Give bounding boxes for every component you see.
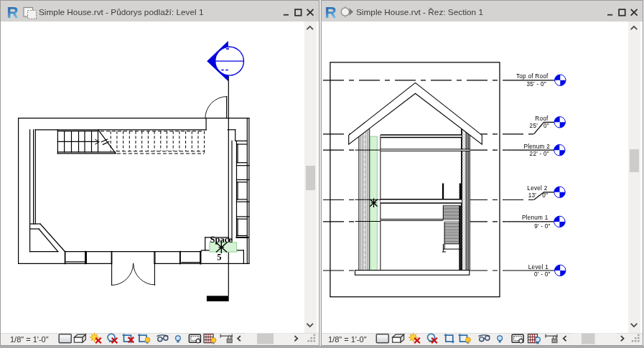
- svg-text:Plenum 2: Plenum 2: [523, 143, 550, 149]
- svg-text:Plenum 1: Plenum 1: [521, 215, 548, 221]
- svg-text:25' - 0": 25' - 0": [529, 122, 549, 128]
- svg-text:Space: Space: [210, 234, 233, 244]
- svg-text:22' - 0": 22' - 0": [529, 151, 549, 157]
- svg-text:Level 2: Level 2: [527, 185, 547, 192]
- svg-text:Roof: Roof: [535, 115, 549, 121]
- svg-text:9' - 0": 9' - 0": [534, 222, 551, 229]
- svg-text:35' - 0": 35' - 0": [526, 81, 546, 88]
- svg-text:13' - 0": 13' - 0": [528, 192, 547, 199]
- svg-text:Level 1: Level 1: [528, 263, 548, 270]
- svg-text:0' - 0": 0' - 0": [534, 271, 551, 277]
- svg-text:Top of Roof: Top of Roof: [515, 73, 548, 80]
- svg-text:5: 5: [217, 252, 221, 262]
